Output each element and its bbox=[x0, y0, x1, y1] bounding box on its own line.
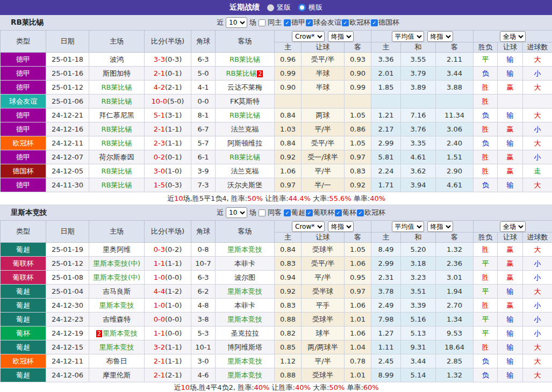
avg-draw-odds: 3.44 bbox=[401, 354, 436, 368]
same-venue-label[interactable]: 同客 bbox=[268, 208, 282, 217]
near-count-select[interactable]: 10 bbox=[226, 17, 247, 28]
odds-time-select[interactable]: 终指 bbox=[328, 31, 354, 42]
home-team-name[interactable]: 里斯本竞技 bbox=[99, 301, 134, 309]
fulltime-result: 负 bbox=[474, 178, 498, 192]
sub-col-draw-avg: 和 bbox=[401, 42, 436, 53]
crow-away-odds: 0.90 bbox=[345, 67, 371, 81]
league-checkbox[interactable]: ✓ bbox=[357, 209, 364, 216]
league-filter-label[interactable]: 德国杯 bbox=[378, 18, 399, 27]
away-team-name[interactable]: RB莱比锡 bbox=[230, 55, 260, 63]
home-team-cell: 吉维森特 bbox=[89, 313, 145, 326]
avg-source-select[interactable]: 平均值 bbox=[392, 221, 424, 232]
home-team-name[interactable]: 里奥阿维 bbox=[103, 245, 131, 253]
team-title: 里斯本竞技 bbox=[11, 208, 47, 217]
league-checkbox[interactable]: ✓ bbox=[335, 209, 342, 216]
league-filter-label[interactable]: 欧冠杯 bbox=[349, 18, 370, 27]
home-team-name[interactable]: 里斯本竞技(中) bbox=[93, 259, 140, 267]
odds-time-select[interactable]: 终指 bbox=[328, 221, 354, 232]
radio-horizontal-icon[interactable] bbox=[298, 4, 306, 11]
league-filter-label[interactable]: 欧冠杯 bbox=[364, 208, 385, 217]
away-team-name[interactable]: 里斯本竞技 bbox=[227, 371, 262, 379]
home-team-name[interactable]: 里斯本竞技 bbox=[99, 343, 134, 351]
away-team-name[interactable]: 阿斯顿维拉 bbox=[227, 139, 262, 147]
avg-time-select[interactable]: 终指 bbox=[427, 221, 453, 232]
same-venue-label[interactable]: 同主 bbox=[268, 18, 282, 27]
league-filter-label[interactable]: 葡杯 bbox=[342, 208, 356, 217]
home-team-name[interactable]: RB莱比锡 bbox=[102, 97, 132, 105]
home-team-name[interactable]: RB莱比锡 bbox=[102, 125, 132, 133]
odds-source-select[interactable]: Crow* bbox=[292, 221, 325, 232]
away-team-name[interactable]: 本菲卡 bbox=[234, 259, 255, 267]
away-team-name[interactable]: 里斯本竞技 bbox=[227, 315, 262, 323]
home-team-name[interactable]: 斯图加特 bbox=[103, 69, 131, 77]
league-checkbox[interactable]: ✓ bbox=[342, 19, 349, 26]
away-team-name[interactable]: FK莫斯特 bbox=[230, 97, 260, 105]
away-team-name[interactable]: 法兰克福 bbox=[231, 125, 259, 133]
away-team-name[interactable]: 波尔图 bbox=[234, 273, 255, 281]
home-team-name[interactable]: 里斯本竞技 bbox=[103, 329, 138, 337]
away-team-name[interactable]: 本菲卡 bbox=[234, 301, 255, 309]
home-team-name[interactable]: 布鲁日 bbox=[106, 357, 127, 365]
handicap-line: 半球 bbox=[302, 67, 345, 81]
home-team-name[interactable]: RB莱比锡 bbox=[102, 167, 132, 175]
league-checkbox[interactable]: ✓ bbox=[284, 209, 291, 216]
home-team-name[interactable]: RB莱比锡 bbox=[102, 181, 132, 189]
home-team-name[interactable]: RB莱比锡 bbox=[102, 139, 132, 147]
crow-away-odds: 0.97 bbox=[345, 150, 371, 164]
away-team-name[interactable]: 沃尔夫斯堡 bbox=[227, 181, 262, 189]
away-team-name[interactable]: 博阿维斯塔 bbox=[227, 343, 262, 351]
home-team-name[interactable]: 吉马良斯 bbox=[103, 287, 131, 295]
odds-source-select[interactable]: Crow* bbox=[292, 31, 325, 42]
away-team-name[interactable]: 圣克拉拉 bbox=[231, 329, 259, 337]
league-checkbox[interactable]: ✓ bbox=[284, 19, 291, 26]
home-team-name[interactable]: 里斯本竞技(中) bbox=[93, 273, 140, 281]
away-team-name[interactable]: 里斯本竞技 bbox=[227, 357, 262, 365]
summary-part: 40% bbox=[295, 383, 311, 391]
league-filter-label[interactable]: 球会友谊 bbox=[313, 18, 341, 27]
halftime-score: (0-0) bbox=[165, 315, 182, 323]
away-team-name[interactable]: 云达不莱梅 bbox=[227, 83, 262, 91]
radio-vertical-icon[interactable] bbox=[267, 4, 274, 11]
match-date: 25-01-18 bbox=[46, 53, 89, 67]
goals-result: 大 bbox=[523, 354, 552, 368]
header-controls-row: 类型 日期 主场 比分(半场) 角球 客场 Crow* 终指 平均值 终指 bbox=[1, 31, 552, 42]
layout-option-horizontal[interactable]: 横版 bbox=[298, 3, 322, 12]
home-team-name[interactable]: 荷尔斯泰因 bbox=[99, 153, 134, 161]
match-league-cell: 葡联杯 bbox=[1, 257, 46, 271]
handicap-line: 受平/半 bbox=[302, 257, 345, 271]
home-team-name[interactable]: 摩里伦斯 bbox=[103, 371, 131, 379]
match-date: 24-12-21 bbox=[46, 108, 89, 122]
away-team-name[interactable]: 法兰克福 bbox=[231, 167, 259, 175]
fullmatch-select[interactable]: 全场 bbox=[500, 221, 526, 232]
handicap-result: 输 bbox=[498, 108, 523, 122]
layout-option-vertical[interactable]: 竖版 bbox=[267, 3, 291, 12]
same-venue-checkbox[interactable] bbox=[259, 209, 266, 216]
home-team-name[interactable]: 波鸿 bbox=[110, 55, 124, 63]
avg-source-select[interactable]: 平均值 bbox=[392, 31, 424, 42]
away-team-cell: RB莱比锡 bbox=[216, 53, 275, 67]
home-team-name[interactable]: 拜仁慕尼黑 bbox=[99, 111, 134, 119]
away-team-name[interactable]: RB莱比锡 bbox=[226, 69, 257, 77]
halftime-score: (0-1) bbox=[165, 153, 182, 161]
away-team-name[interactable]: 里斯本竞技 bbox=[227, 245, 262, 253]
away-team-name[interactable]: 里斯本竞技 bbox=[227, 287, 262, 295]
league-filter-label[interactable]: 德甲 bbox=[291, 18, 305, 27]
handicap-result: 赢 bbox=[498, 81, 523, 95]
table-row: 球会友谊25-01-06RB莱比锡10-0(5-0)0-0FK莫斯特胜 bbox=[1, 95, 552, 108]
near-count-select[interactable]: 10 bbox=[226, 207, 247, 218]
league-filter-label[interactable]: 葡超 bbox=[291, 208, 305, 217]
league-checkbox[interactable]: ✓ bbox=[306, 209, 313, 216]
home-team-name[interactable]: 吉维森特 bbox=[103, 315, 131, 323]
same-venue-checkbox[interactable] bbox=[259, 19, 266, 26]
league-checkbox[interactable]: ✓ bbox=[371, 19, 378, 26]
away-team-name[interactable]: RB莱比锡 bbox=[230, 153, 260, 161]
league-filter-label[interactable]: 葡联杯 bbox=[313, 208, 334, 217]
away-team-name[interactable]: RB莱比锡 bbox=[230, 111, 260, 119]
fullmatch-select[interactable]: 全场 bbox=[500, 31, 526, 42]
goals-result: 大 bbox=[523, 108, 552, 122]
league-checkbox[interactable]: ✓ bbox=[306, 19, 313, 26]
home-team-name[interactable]: RB莱比锡 bbox=[102, 83, 132, 91]
fulltime-result: 胜 bbox=[474, 340, 498, 354]
avg-draw-odds: 3.39 bbox=[401, 299, 436, 313]
avg-time-select[interactable]: 终指 bbox=[427, 31, 453, 42]
